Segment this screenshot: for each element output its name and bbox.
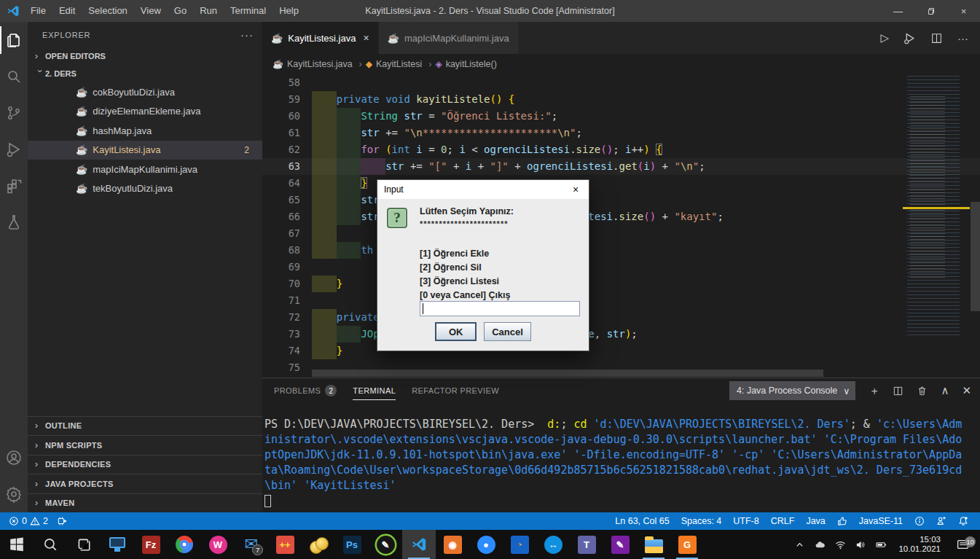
coreldraw-icon[interactable]: ✎	[369, 530, 402, 559]
start-icon[interactable]	[0, 530, 34, 559]
sidebar-more-actions-icon[interactable]: ···	[240, 28, 254, 41]
close-window-button[interactable]: ×	[947, 0, 980, 22]
file-explorer-icon[interactable]	[637, 530, 670, 559]
problems-status[interactable]: 0 2	[6, 512, 51, 530]
menu-view[interactable]: View	[134, 0, 168, 22]
info-icon[interactable]	[912, 512, 928, 530]
tab-mapIciMapKullanimi.java[interactable]: ☕mapIciMapKullanimi.java	[379, 22, 518, 54]
activity-account-icon[interactable]	[0, 439, 28, 476]
maximize-panel-button[interactable]: ∧	[941, 384, 949, 397]
section-java-projects[interactable]: ›JAVA PROJECTS	[28, 474, 262, 493]
minimap[interactable]	[903, 74, 970, 338]
search-icon[interactable]	[34, 530, 67, 559]
panel-tab-refactor-preview[interactable]: REFACTOR PREVIEW	[412, 378, 499, 403]
teamviewer-icon[interactable]: ↔	[536, 530, 570, 559]
section-dependencies[interactable]: ›DEPENDENCIES	[28, 455, 262, 474]
remote-desktop-icon[interactable]	[101, 530, 134, 559]
cancel-button[interactable]: Cancel	[484, 322, 531, 341]
zoom-icon[interactable]: ●	[469, 530, 503, 559]
vscode-icon[interactable]	[402, 530, 436, 559]
file-item-mapIciMapKullanimi.java[interactable]: ☕mapIciMapKullanimi.java	[28, 160, 262, 179]
menu-file[interactable]: File	[24, 0, 52, 22]
encoding[interactable]: UTF-8	[730, 512, 761, 530]
horizontal-scrollbar[interactable]	[312, 370, 823, 377]
activity-test-icon[interactable]	[0, 204, 28, 241]
kill-terminal-button[interactable]	[917, 386, 928, 396]
vertical-scrollbar[interactable]	[971, 202, 980, 311]
new-terminal-button[interactable]: ＋	[869, 384, 879, 398]
phone-plus-app-icon[interactable]: ++	[268, 530, 302, 559]
section-npm-scripts[interactable]: ›NPM SCRIPTS	[28, 435, 262, 455]
tray-chevron-up-icon[interactable]	[791, 539, 808, 550]
volume-icon[interactable]	[852, 539, 869, 550]
close-tab-icon[interactable]: ×	[363, 32, 369, 44]
file-item-KayitListesi.java[interactable]: ☕KayitListesi.java2	[28, 141, 262, 160]
activity-explorer-icon[interactable]	[0, 22, 28, 58]
panel-tab-terminal[interactable]: TERMINAL	[353, 378, 396, 403]
task-view-icon[interactable]	[67, 530, 101, 559]
split-terminal-button[interactable]	[893, 386, 903, 396]
dialog-title-bar[interactable]: Input ×	[377, 180, 589, 199]
coins-app-icon[interactable]	[302, 530, 335, 559]
wampserver-icon[interactable]: W	[201, 530, 235, 559]
ok-button[interactable]: OK	[435, 322, 477, 341]
menu-edit[interactable]: Edit	[52, 0, 82, 22]
activity-settings-icon[interactable]	[0, 476, 28, 512]
clock[interactable]: 15:03 10.01.2021	[893, 535, 946, 554]
gom-pdf-icon[interactable]: G	[670, 530, 704, 559]
activity-extensions-icon[interactable]	[0, 168, 28, 204]
file-item-hashMap.java[interactable]: ☕hashMap.java	[28, 121, 262, 141]
breadcrumb[interactable]: ☕KayitListesi.java›◆KayitListesi›◈kayitL…	[262, 54, 980, 74]
language-mode[interactable]: Java	[803, 512, 828, 530]
activity-source-control-icon[interactable]	[0, 95, 28, 131]
file-item-tekBoyutluDizi.java[interactable]: ☕tekBoyutluDizi.java	[28, 179, 262, 199]
debug-run-button[interactable]	[903, 32, 916, 44]
java-runtime[interactable]: JavaSE-11	[856, 512, 906, 530]
section-outline[interactable]: ›OUTLINE	[28, 416, 262, 436]
breadcrumb-item[interactable]: ◈kayitListele()	[435, 59, 496, 69]
eol[interactable]: CRLF	[768, 512, 798, 530]
open-editors-section[interactable]: › OPEN EDITORS	[28, 47, 262, 65]
blue-orange-app-icon[interactable]: ◔	[503, 530, 536, 559]
file-item-diziyeElemanEkleme.java[interactable]: ☕diziyeElemanEkleme.java	[28, 102, 262, 122]
editor-more-actions-button[interactable]: ···	[957, 32, 968, 44]
note-app-icon[interactable]: ✎	[603, 530, 637, 559]
feedback-icon[interactable]	[933, 512, 949, 530]
notifications-bell-icon[interactable]	[955, 512, 971, 530]
debug-status-icon[interactable]	[55, 512, 71, 530]
activity-run-debug-icon[interactable]	[0, 131, 28, 168]
teams-icon[interactable]: T	[570, 530, 603, 559]
minimize-button[interactable]: —	[882, 0, 914, 22]
chrome-icon[interactable]	[168, 530, 201, 559]
filezilla-icon[interactable]: Fz	[134, 530, 168, 559]
capture-tool-icon[interactable]: ◉	[436, 530, 469, 559]
mail-icon[interactable]: ✉7	[235, 530, 268, 559]
section-maven[interactable]: ›MAVEN	[28, 493, 262, 513]
cursor-position[interactable]: Ln 63, Col 65	[612, 512, 672, 530]
dialog-close-icon[interactable]: ×	[562, 180, 589, 199]
folder-section-2-ders[interactable]: › 2. DERS	[28, 65, 262, 82]
split-editor-button[interactable]	[930, 32, 943, 44]
file-item-cokBoyutluDizi.java[interactable]: ☕cokBoyutluDizi.java	[28, 82, 262, 102]
menu-help[interactable]: Help	[273, 0, 305, 22]
photoshop-icon[interactable]: Ps	[335, 530, 369, 559]
panel-tab-problems[interactable]: PROBLEMS2	[274, 378, 337, 403]
restore-button[interactable]	[914, 0, 947, 22]
menu-go[interactable]: Go	[168, 0, 193, 22]
run-button[interactable]: ▷	[880, 31, 889, 44]
menu-terminal[interactable]: Terminal	[224, 0, 273, 22]
thumbs-up-icon[interactable]	[834, 512, 850, 530]
menu-run[interactable]: Run	[193, 0, 224, 22]
activity-search-icon[interactable]	[0, 58, 28, 95]
breadcrumb-item[interactable]: ◆KayitListesi	[366, 59, 422, 69]
close-panel-button[interactable]: ✕	[962, 384, 971, 397]
breadcrumb-item[interactable]: ☕KayitListesi.java	[273, 59, 353, 69]
menu-selection[interactable]: Selection	[82, 0, 133, 22]
tab-KayitListesi.java[interactable]: ☕KayitListesi.java×	[262, 22, 378, 54]
code-editor[interactable]: 5859 private void kayitListele() {60 Str…	[262, 74, 980, 378]
action-center-icon[interactable]: 10	[949, 539, 976, 551]
terminal-select[interactable]: 4: Java Process Console ∨	[729, 381, 855, 400]
indentation[interactable]: Spaces: 4	[678, 512, 725, 530]
dialog-text-input[interactable]	[420, 301, 580, 316]
terminal-output[interactable]: PS D:\DEV\JAVA\PROJECTS\BIREYSEL\2. Ders…	[262, 403, 980, 509]
